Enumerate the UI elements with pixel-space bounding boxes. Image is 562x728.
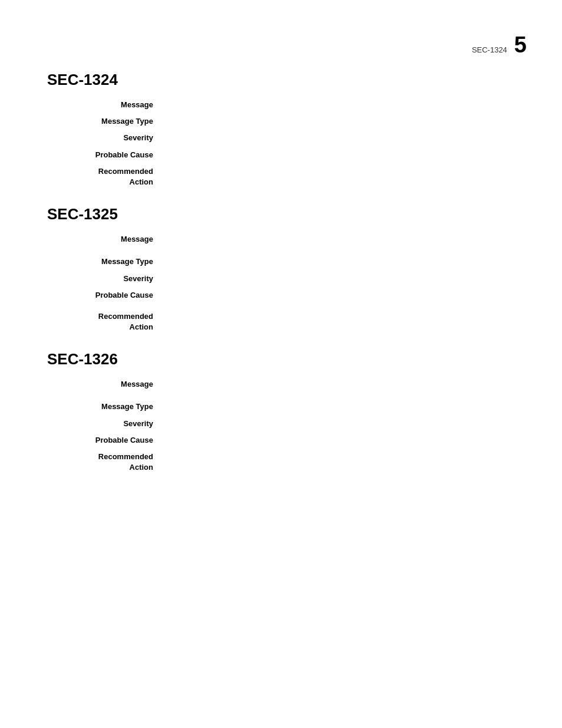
field-label-message-1324: Message xyxy=(47,100,165,110)
field-row-recommended-action-1324: RecommendedAction xyxy=(47,166,515,187)
header-code: SEC-1324 xyxy=(472,45,507,54)
field-row-message-1324: Message xyxy=(47,100,515,110)
field-label-message-1326: Message xyxy=(47,379,165,390)
section-sec-1326: SEC-1326 Message Message Type Severity P… xyxy=(47,350,515,473)
field-label-probable-cause-1326: Probable Cause xyxy=(47,435,165,446)
field-row-message-1325: Message xyxy=(47,234,515,245)
field-row-message-1326: Message xyxy=(47,379,515,390)
field-label-severity-1324: Severity xyxy=(47,133,165,143)
field-row-recommended-action-1325: RecommendedAction xyxy=(47,311,515,332)
field-row-message-type-1326: Message Type xyxy=(47,401,515,412)
field-row-recommended-action-1326: RecommendedAction xyxy=(47,452,515,473)
field-value-severity-1324 xyxy=(165,133,515,143)
section-title-sec-1326: SEC-1326 xyxy=(47,350,515,368)
field-row-probable-cause-1324: Probable Cause xyxy=(47,150,515,160)
field-row-probable-cause-1326: Probable Cause xyxy=(47,435,515,446)
field-label-message-type-1326: Message Type xyxy=(47,401,165,412)
field-label-recommended-action-1324: RecommendedAction xyxy=(47,166,165,187)
field-label-message-type-1325: Message Type xyxy=(47,256,165,267)
field-label-probable-cause-1325: Probable Cause xyxy=(47,290,165,301)
field-label-severity-1325: Severity xyxy=(47,274,165,284)
field-value-probable-cause-1325 xyxy=(165,290,515,301)
field-value-severity-1326 xyxy=(165,419,515,429)
main-content: SEC-1324 Message Message Type Severity P… xyxy=(0,0,562,473)
field-value-message-1324 xyxy=(165,100,515,110)
section-title-sec-1324: SEC-1324 xyxy=(47,71,515,89)
field-value-probable-cause-1326 xyxy=(165,435,515,446)
field-value-message-1326 xyxy=(165,379,515,390)
field-value-recommended-action-1325 xyxy=(165,311,515,332)
field-value-probable-cause-1324 xyxy=(165,150,515,160)
field-value-message-type-1326 xyxy=(165,401,515,412)
page-header: SEC-1324 5 xyxy=(472,32,527,58)
field-label-severity-1326: Severity xyxy=(47,419,165,429)
field-row-severity-1325: Severity xyxy=(47,274,515,284)
field-label-message-type-1324: Message Type xyxy=(47,116,165,127)
field-row-probable-cause-1325: Probable Cause xyxy=(47,290,515,301)
field-row-message-type-1324: Message Type xyxy=(47,116,515,127)
field-value-recommended-action-1324 xyxy=(165,166,515,187)
header-page-number: 5 xyxy=(514,32,527,58)
field-value-message-1325 xyxy=(165,234,515,245)
field-row-severity-1326: Severity xyxy=(47,419,515,429)
section-title-sec-1325: SEC-1325 xyxy=(47,205,515,223)
section-sec-1325: SEC-1325 Message Message Type Severity P… xyxy=(47,205,515,332)
field-label-probable-cause-1324: Probable Cause xyxy=(47,150,165,160)
field-value-recommended-action-1326 xyxy=(165,452,515,473)
field-row-message-type-1325: Message Type xyxy=(47,256,515,267)
field-label-recommended-action-1325: RecommendedAction xyxy=(47,311,165,332)
field-value-message-type-1324 xyxy=(165,116,515,127)
section-sec-1324: SEC-1324 Message Message Type Severity P… xyxy=(47,71,515,187)
field-value-severity-1325 xyxy=(165,274,515,284)
field-label-recommended-action-1326: RecommendedAction xyxy=(47,452,165,473)
field-value-message-type-1325 xyxy=(165,256,515,267)
field-label-message-1325: Message xyxy=(47,234,165,245)
field-row-severity-1324: Severity xyxy=(47,133,515,143)
